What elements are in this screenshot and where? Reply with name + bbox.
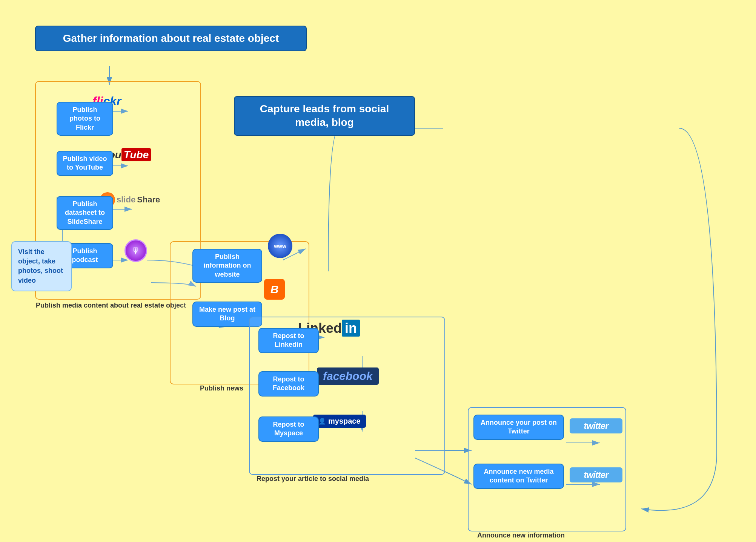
publish-photos-node: Publish photos to Flickr [57,102,113,136]
publish-datasheet-node: Publish datasheet to SlideShare [57,196,113,230]
publish-datasheet-label: Publish datasheet to SlideShare [65,200,105,225]
announce-media-node: Announce new media content on Twitter [473,464,564,489]
blogger-logo: B [264,279,285,300]
twitter-logo-1: twitter [570,418,622,433]
gather-label: Gather information about real estate obj… [63,32,279,44]
visit-label: Visit the object, take photos, shoot vid… [18,248,63,284]
publish-media-label: Publish media content about real estate … [36,302,186,309]
twitter-text-2: twitter [584,470,608,480]
capture-node: Capture leads from social media, blog [234,96,415,136]
www-logo: www [268,234,292,258]
announce-post-label: Announce your post on Twitter [481,419,557,435]
www-text: www [274,243,286,249]
twitter-text-1: twitter [584,421,608,431]
publish-info-label: Publish information on website [204,253,251,278]
repost-facebook-label: Repost to Facebook [273,375,304,392]
visit-node: Visit the object, take photos, shoot vid… [11,241,72,291]
podcast-logo: 🎙 [124,239,147,262]
repost-myspace-label: Repost to Myspace [273,421,304,437]
myspace-logo: 👤 myspace [313,415,366,428]
publish-photos-label: Publish photos to Flickr [69,106,100,131]
publish-podcast-label: Publish podcast [72,247,98,263]
repost-myspace-node: Repost to Myspace [258,416,319,442]
new-post-label: Make new post at Blog [199,306,255,322]
youtube-tube: Tube [121,148,151,161]
facebook-text: facebook [323,370,373,382]
repost-linkedin-label: Repost to Linkedin [273,332,304,348]
twitter-logo-2: twitter [570,467,622,482]
publish-news-label: Publish news [200,384,243,392]
announce-post-node: Announce your post on Twitter [473,415,564,440]
publish-info-node: Publish information on website [192,249,262,283]
publish-video-label: Publish video to YouTube [63,155,107,171]
blogger-text: B [270,283,279,296]
slideshare-text-share: Share [137,195,160,205]
slideshare-text-slide: slide [117,195,135,205]
publish-video-node: Publish video to YouTube [57,151,113,176]
repost-linkedin-node: Repost to Linkedin [258,328,319,353]
announce-media-label: Announce new media content on Twitter [484,468,553,484]
facebook-logo: facebook [317,367,379,385]
capture-label: Capture leads from social media, blog [260,103,389,128]
gather-node: Gather information about real estate obj… [35,26,307,51]
repost-social-label: Repost your article to social media [257,475,369,483]
repost-facebook-node: Repost to Facebook [258,371,319,397]
linkedin-in: in [342,320,360,337]
announce-label: Announce new information [477,531,565,539]
